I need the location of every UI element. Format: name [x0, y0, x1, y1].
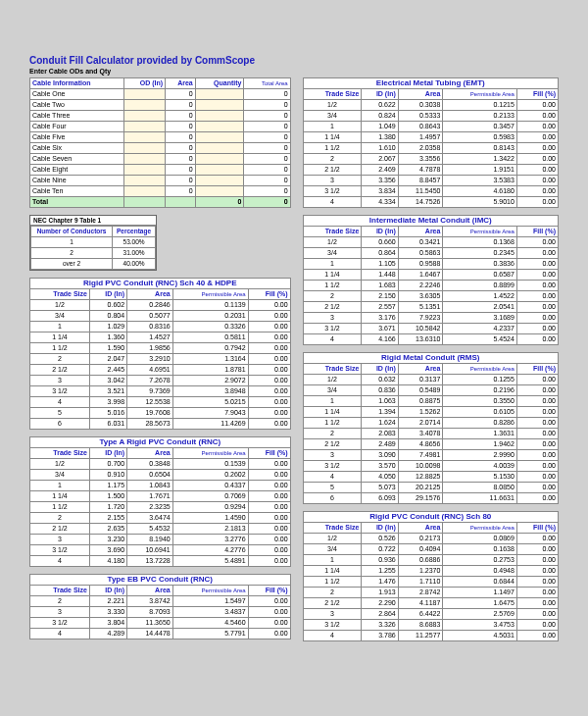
area: 0.5077 — [127, 311, 173, 322]
conduit-row: 1/20.6020.28460.11390.00 — [30, 300, 291, 311]
fill-pct: 0.00 — [248, 386, 290, 397]
id-in: 1.394 — [362, 407, 398, 418]
cable-qty-input[interactable] — [195, 111, 244, 122]
cable-qty-input[interactable] — [195, 89, 244, 100]
id-in: 0.936 — [362, 555, 398, 566]
area: 11.2577 — [398, 631, 443, 641]
fill-pct: 0.00 — [516, 598, 558, 609]
fill-pct: 0.00 — [516, 566, 558, 577]
fill-pct: 0.00 — [516, 407, 558, 418]
cable-total-row: Total00 — [30, 197, 291, 208]
trade-size: 3 1/2 — [30, 386, 90, 397]
cable-area: 0 — [166, 154, 196, 165]
cable-od-input[interactable] — [123, 186, 165, 197]
perm-area: 0.2133 — [443, 111, 516, 122]
id-in: 4.166 — [362, 334, 398, 345]
page-title: Conduit Fill Calculator provided by Comm… — [29, 55, 559, 66]
fill-pct: 0.00 — [516, 248, 558, 259]
id-in: 3.786 — [362, 631, 398, 641]
cable-qty-input[interactable] — [195, 154, 244, 165]
hdr-trade: Trade Size — [303, 364, 362, 375]
conduit-row: 3/40.9100.65040.26020.00 — [30, 470, 291, 481]
trade-size: 3 — [303, 313, 362, 324]
area: 0.5863 — [398, 248, 443, 259]
trade-size: 1 1/4 — [303, 270, 362, 281]
fill-pct: 0.00 — [516, 493, 558, 504]
trade-size: 5 — [30, 408, 90, 419]
fill-pct: 0.00 — [516, 555, 558, 566]
cable-row: Cable Eight00 — [30, 165, 291, 176]
cable-od-input[interactable] — [123, 154, 165, 165]
area: 9.7369 — [127, 386, 173, 397]
trade-size: 1/2 — [30, 459, 90, 470]
cable-qty-input[interactable] — [195, 122, 244, 132]
conduit-row: 3 1/23.80411.36504.54600.00 — [30, 618, 291, 629]
fill-pct: 0.00 — [248, 545, 290, 556]
fill-pct: 0.00 — [248, 502, 290, 513]
cable-area: 0 — [166, 176, 196, 186]
cable-od-input[interactable] — [123, 100, 165, 111]
cable-od-input[interactable] — [123, 132, 165, 143]
area: 14.4478 — [127, 629, 173, 639]
conduit-row: 1 1/21.5901.98560.79420.00 — [30, 343, 291, 354]
hdr-trade: Trade Size — [303, 523, 362, 534]
area: 0.5489 — [398, 385, 443, 396]
area: 8.7093 — [127, 607, 173, 618]
conduit-row: 11.1751.08430.43370.00 — [30, 481, 291, 491]
nec-h2: Percentage — [113, 227, 156, 237]
id-in: 1.624 — [362, 418, 398, 429]
id-in: 0.910 — [89, 470, 126, 481]
cable-od-input[interactable] — [123, 122, 165, 132]
perm-area: 1.6475 — [443, 598, 516, 609]
trade-size: 1/2 — [303, 100, 362, 111]
perm-area: 0.8899 — [443, 281, 516, 291]
hdr-fill: Fill (%) — [516, 364, 558, 375]
perm-area: 0.1539 — [172, 459, 248, 470]
id-in: 3.570 — [362, 461, 398, 472]
fill-pct: 0.00 — [516, 197, 558, 208]
fill-pct: 0.00 — [516, 483, 558, 493]
perm-area: 5.7791 — [172, 629, 248, 639]
id-in: 0.864 — [362, 248, 398, 259]
perm-area: 3.2776 — [172, 535, 248, 545]
total-label: Total — [30, 197, 124, 208]
nec-h1: Number of Conductors — [31, 227, 113, 237]
cable-row: Cable Five00 — [30, 132, 291, 143]
area: 7.2678 — [127, 376, 173, 386]
fill-pct: 0.00 — [248, 300, 290, 311]
id-in: 2.445 — [89, 365, 126, 376]
cable-name: Cable Five — [30, 132, 124, 143]
cable-area: 0 — [166, 132, 196, 143]
cable-od-input[interactable] — [123, 165, 165, 176]
area: 7.4981 — [398, 450, 443, 461]
conduit-row: 66.03128.567311.42690.00 — [30, 419, 291, 430]
cable-qty-input[interactable] — [195, 143, 244, 154]
id-in: 1.380 — [362, 132, 398, 143]
id-in: 4.289 — [89, 629, 126, 639]
cable-od-input[interactable] — [123, 143, 165, 154]
conduit-table: Rigid PVC Conduit (RNC) Sch 80Trade Size… — [303, 511, 559, 641]
area: 1.0843 — [127, 481, 173, 491]
cable-total: 0 — [244, 89, 290, 100]
area: 13.7228 — [127, 556, 173, 567]
fill-pct: 0.00 — [516, 396, 558, 407]
area: 10.6941 — [127, 545, 173, 556]
cable-qty-input[interactable] — [195, 176, 244, 186]
cable-od-input[interactable] — [123, 176, 165, 186]
conduit-row: 22.0473.29101.31640.00 — [30, 354, 291, 365]
perm-area: 8.0850 — [443, 483, 516, 493]
cable-row: Cable Three00 — [30, 111, 291, 122]
cable-od-input[interactable] — [123, 111, 165, 122]
cable-name: Cable Four — [30, 122, 124, 132]
trade-size: 5 — [303, 483, 362, 493]
id-in: 1.500 — [89, 491, 126, 502]
cable-qty-input[interactable] — [195, 100, 244, 111]
cable-qty-input[interactable] — [195, 165, 244, 176]
id-in: 3.690 — [89, 545, 126, 556]
trade-size: 1 — [303, 555, 362, 566]
cable-od-input[interactable] — [123, 89, 165, 100]
cable-qty-input[interactable] — [195, 186, 244, 197]
fill-pct: 0.00 — [248, 607, 290, 618]
cable-qty-input[interactable] — [195, 132, 244, 143]
hdr-id: ID (In) — [362, 523, 398, 534]
